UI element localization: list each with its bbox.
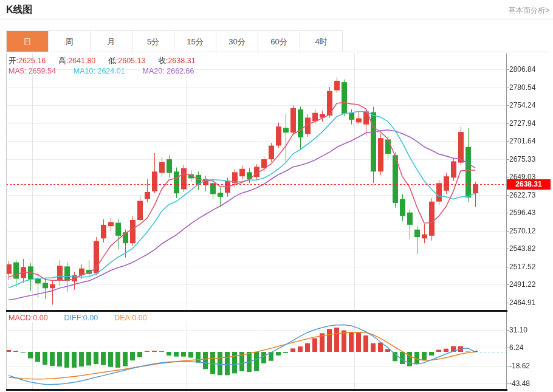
price-axis-label: 2675.33: [509, 155, 535, 163]
price-axis-label: 2491.22: [509, 280, 535, 289]
last-price-tag: 2638.31: [507, 179, 551, 190]
tabbar-bottom-border: [6, 52, 549, 52]
tab-15min[interactable]: 15分: [174, 31, 216, 52]
tab-5min[interactable]: 5分: [132, 31, 174, 52]
open-label: 开:: [9, 57, 18, 65]
tab-4hour[interactable]: 4时: [300, 31, 342, 52]
ma5-label: MA5:: [9, 67, 26, 75]
tab-month[interactable]: 月: [91, 31, 132, 52]
low-value: 2605.13: [118, 57, 145, 65]
close-value: 2638.31: [168, 57, 195, 65]
macd-axis-label: 31.10: [509, 326, 527, 334]
high-value: 2641.80: [68, 57, 95, 65]
tab-day[interactable]: 日: [7, 31, 49, 52]
tab-60min[interactable]: 60分: [258, 31, 300, 52]
dea-label: DEA:: [114, 314, 132, 322]
ma20-value: 2662.66: [167, 67, 194, 75]
macd-axis-label: -43.48: [509, 379, 530, 388]
ma10-value: 2624.01: [97, 67, 125, 75]
price-axis-label: 2806.84: [509, 65, 535, 74]
close-label: 收:: [158, 57, 168, 65]
price-axis-label: 2754.24: [509, 101, 535, 109]
ma5-value: 2659.54: [29, 67, 56, 75]
price-axis-label: 2570.12: [509, 227, 535, 235]
header-divider: [0, 19, 553, 20]
timeframe-tabbar: 日 周 月 5分 15分 30分 60分 4时: [6, 30, 343, 52]
price-axis-label: 2701.64: [509, 137, 535, 145]
macd-value: 0.00: [33, 314, 47, 322]
diff-label: DIFF:: [64, 314, 83, 322]
diff-value: 0.00: [83, 314, 98, 322]
tab-30min[interactable]: 30分: [216, 31, 258, 52]
price-axis-label: 2464.91: [509, 298, 535, 307]
ma10-label: MA10:: [74, 67, 95, 75]
open-value: 2625.16: [18, 57, 46, 65]
price-axis-label: 2622.73: [509, 191, 535, 199]
ohlc-row: 开:2625.16 高:2641.80 低:2605.13 收:2638.31: [9, 56, 196, 66]
ma20-label: MA20:: [143, 67, 165, 75]
macd-label: MACD:: [9, 314, 33, 322]
price-axis-label: 2780.54: [509, 83, 535, 92]
macd-axis-label: -18.62: [509, 362, 530, 370]
ma-row: MA5: 2659.54 MA10: 2624.01 MA20: 2662.66: [9, 67, 194, 75]
macd-axis-label: 6.24: [509, 343, 523, 352]
macd-value-row: MACD:0.00 DIFF:0.00 DEA:0.00: [9, 314, 147, 322]
page-title: K线图: [6, 4, 33, 16]
low-label: 低:: [108, 57, 118, 65]
price-axis-label: 2727.94: [509, 119, 535, 128]
price-axis-label: 2517.52: [509, 263, 535, 271]
tab-week[interactable]: 周: [49, 31, 91, 52]
high-label: 高:: [58, 57, 68, 65]
fundamental-analysis-link[interactable]: 基本面分析>: [509, 5, 549, 16]
price-axis-label: 2596.43: [509, 208, 535, 217]
kline-widget: K线图 基本面分析> 日 周 月 5分 15分 30分 60分 4时 开:262…: [0, 0, 553, 392]
dea-value: 0.00: [132, 314, 146, 322]
price-axis-label: 2543.82: [509, 244, 535, 253]
